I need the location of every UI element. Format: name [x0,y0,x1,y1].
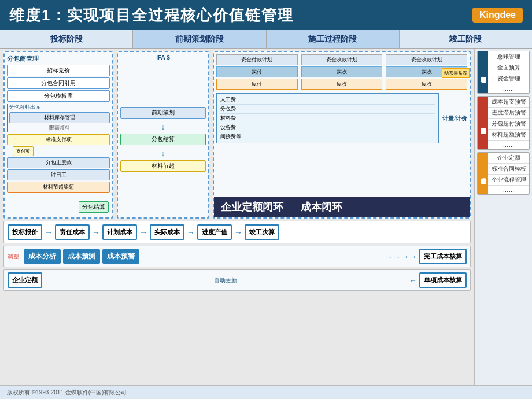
sidebar-item-progress-warning: 进度滞后预警 [488,108,529,119]
dots1: …… [7,194,110,200]
vertical-line [7,104,8,132]
sidebar-item-group3-dots: …… [488,186,529,194]
save-item: 支付项 [13,146,34,156]
material-reward: 材料节超奖惩 [7,182,110,193]
material-storage-box: 材料库存管理 [9,112,110,123]
arrow5: → [234,228,242,237]
sidebar-item-contract-template: 标准合同模板 [488,164,529,175]
header: 维度1：实现项目全过程核心价值链管理 Kingdee [0,0,532,30]
content-row: 分包商管理 招标竞价 分包合同引用 分包模板库 分包领料出库 材料库存管理 [0,49,532,385]
construction-column: 资金付款计划 实付 应付 资金收款计划 实收 应收 资金收款计划 [213,51,471,219]
payment-plan-1: 资金付款计划 实付 应付 [216,54,298,90]
sidebar-group-liaochaguanli: 料差管理 总账管理 全面预算 资金管理 …… [477,51,530,94]
quota-row: 企业定额 自动更新 ← 单项成本核算 [3,269,471,291]
plan1-paid: 实付 [216,66,298,77]
limit-label: 限额领料 [9,124,110,132]
plan1-label: 资金付款计划 [216,54,298,65]
sidebar-group2-content: 成本超支预警 进度滞后预警 分包超付预警 材料超额预警 …… [488,97,529,149]
kingdee-logo: Kingdee [472,8,523,23]
subcontract-flow-row: 分包领料出库 材料库存管理 限额领料 [7,104,110,132]
progress-payment: 分包进度款 [7,157,110,168]
copyright-text: 版权所有 ©1993-2011 金蝶软件(中国)有限公司 [7,389,127,397]
progress-value-node: 进度产值 [197,224,232,240]
left-main: 分包商管理 招标竞价 分包合同引用 分包模板库 分包领料出库 材料库存管理 [0,49,474,385]
sidebar-item-material-warning: 材料超额预警 [488,130,529,141]
single-cost-node: 单项成本核算 [419,272,467,288]
sidebar-item-full-budget: 全面预算 [488,62,529,73]
subcontract-column: 分包商管理 招标竞价 分包合同引用 分包模板库 分包领料出库 材料库存管理 [3,51,113,219]
cost-closure: 成本闭环 [301,200,342,214]
plan3-receivable: 应收 [386,79,467,90]
sidebar-item-capital-mgmt: 资金管理 [488,73,529,84]
arrow4: → [187,228,195,237]
sidebar-label-liachaglnli: 料差管理 [478,51,488,93]
sidebar-liachaglnli-text: 料差管理 [478,70,488,75]
sidebar-item-group2-dots: …… [488,141,529,149]
cost-item-labor: 人工费 [220,95,435,105]
planning-box3: 材料节超 [120,160,206,172]
closure-band: 企业定额闭环 成本闭环 [214,197,470,217]
sidebar-standard-text: 企业标准管理 [478,171,488,176]
page-wrapper: 维度1：实现项目全过程核心价值链管理 Kingdee 投标阶段 前期策划阶段 施… [0,0,532,399]
cost-item-subcontract: 分包费 [220,105,435,114]
measurement-area: 计量/计价 [442,93,467,143]
dynamic-diff: 动态损益表 [442,68,470,78]
footer: 版权所有 ©1993-2011 金蝶软件(中国)有限公司 [0,385,532,399]
sidebar-group-standard: 企业标准管理 企业定额 标准合同模板 企业流程管理 …… [477,152,530,195]
sidebar-item-enterprise-quota: 企业定额 [488,153,529,164]
subcontract-title: 分包商管理 [7,54,110,63]
cost-item-equipment: 设备费 [220,123,435,132]
daily-work: 计日工 [7,169,110,180]
left-flow [7,104,8,132]
plan2-receivable: 应收 [301,79,383,90]
arrow6: →→→→ [142,253,417,261]
arrow7: ← [409,276,417,285]
planned-cost-node: 计划成本 [102,224,137,240]
responsibility-cost-node: 责任成本 [55,224,90,240]
sidebar-item-subcontract-warning: 分包超付预警 [488,119,529,130]
settlement-area: 分包结算 [79,201,109,214]
analysis-flow: 调整 成本分析 成本预测 成本预警 →→→→ 完工成本核算 [3,246,471,267]
stage-bidding: 投标阶段 [0,30,133,48]
page-title: 维度1：实现项目全过程核心价值链管理 [9,5,294,25]
stage-planning: 前期策划阶段 [133,30,266,48]
down-arrow2: ↓ [161,149,165,158]
subcontract-contract: 分包合同引用 [7,77,110,89]
payment-plan-2: 资金收款计划 实收 应收 [301,54,383,90]
down-arrow1: ↓ [161,122,165,131]
measurement-label: 计量/计价 [442,114,467,123]
actual-cost-node: 实际成本 [150,224,184,240]
bid-price-node: 投标报价 [8,224,42,240]
cost-measurement-row: 人工费 分包费 材料费 设备费 间接费等 计量/计价 [216,93,467,143]
cost-item-material: 材料费 [220,114,435,123]
cost-items-area: 人工费 分包费 材料费 设备费 间接费等 [216,93,439,143]
cost-warning-box: 成本预警 [102,249,139,264]
sidebar-item-cost-warning: 成本超支预警 [488,97,529,108]
save-item-tag: 支付项 [13,146,110,157]
payment-plan-3: 资金收款计划 实收 应收 动态损益表 [386,54,467,90]
sidebar-item-group1-dots: …… [488,84,529,93]
payment-items-area: 标准支付项 支付项 分包进度款 计日工 材料节超奖惩 …… [7,134,110,200]
stage-construction: 施工过程阶段 [267,30,400,48]
completion-settlement-node: 竣工决算 [245,224,279,240]
planning-box1: 前期策划 [120,107,206,119]
right-flow: 分包领料出库 材料库存管理 限额领料 [9,104,110,132]
complete-cost-node: 完工成本核算 [419,249,467,264]
arrow3: → [139,228,147,237]
subcontract-pickup-label: 分包领料出库 [9,104,40,111]
bid-competition: 招标竞价 [7,65,110,76]
cost-item-indirect: 间接费等 [220,132,435,141]
plan1-receivable: 应付 [216,79,298,90]
pickup-row: 分包领料出库 [9,104,110,111]
cost-items-box: 人工费 分包费 材料费 设备费 间接费等 [216,93,439,143]
arrow2: → [92,228,100,237]
sidebar-item-total-accounts: 总账管理 [488,51,529,62]
planning-column: iFA $ 前期策划 ↓ 分包结算 ↓ 材料节超 [117,51,209,219]
plan3-label: 资金收款计划 [386,54,467,65]
cost-analysis-box: 成本分析 [24,249,61,264]
planning-box2: 分包结算 [120,134,206,145]
auto-update-label: 自动更新 [45,276,407,285]
sidebar-group-risk: 全面风险管控 成本超支预警 进度滞后预警 分包超付预警 材料超额预警 …… [477,96,530,150]
sidebar-label-standard: 企业标准管理 [478,153,488,194]
standard-payment: 标准支付项 [7,134,110,145]
